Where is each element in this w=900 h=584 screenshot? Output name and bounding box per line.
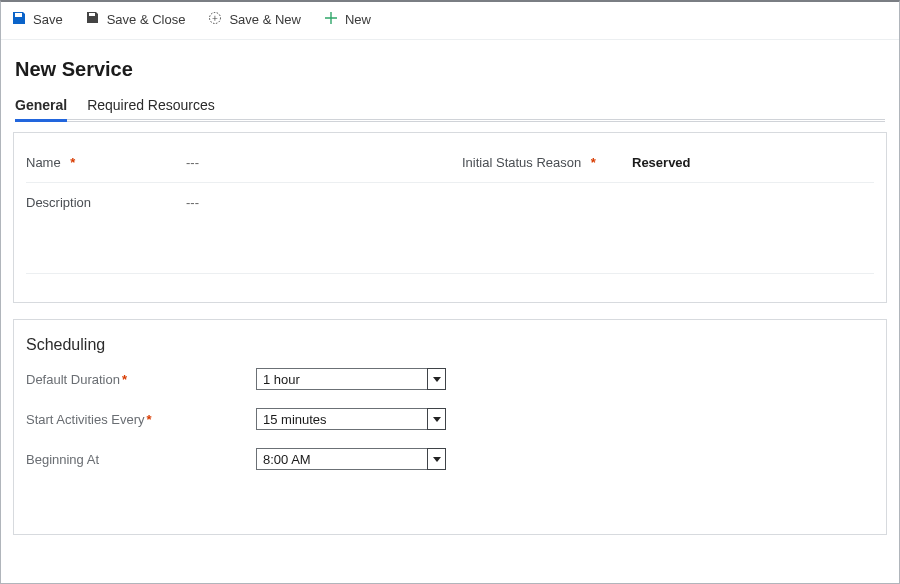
page-header: New Service General Required Resources [1,40,899,122]
general-section: Name * --- Initial Status Reason * Reser… [13,132,887,303]
row-default-duration: Default Duration* [26,368,874,390]
tab-required-resources-label: Required Resources [87,97,215,113]
tab-general[interactable]: General [15,93,67,122]
save-icon [11,10,27,29]
status-label: Initial Status Reason * [462,149,632,176]
app-window: Save Save & Close Save & New New New Ser… [0,0,900,584]
default-duration-dropdown-button[interactable] [427,368,446,390]
required-asterisk-icon: * [591,155,596,170]
default-duration-label: Default Duration* [26,372,256,387]
chevron-down-icon [432,452,442,467]
default-duration-input[interactable] [256,368,427,390]
command-bar: Save Save & Close Save & New New [1,2,899,40]
save-new-button-label: Save & New [229,12,301,27]
save-button-label: Save [33,12,63,27]
page-title: New Service [15,58,885,81]
general-spacer [26,214,874,274]
start-every-dropdown-button[interactable] [427,408,446,430]
scheduling-heading: Scheduling [26,336,874,354]
name-field[interactable]: --- [186,149,199,176]
required-asterisk-icon: * [122,372,127,387]
row-beginning-at: Beginning At [26,448,874,470]
tab-strip: General Required Resources [15,93,885,122]
beginning-at-dropdown-button[interactable] [427,448,446,470]
status-label-text: Initial Status Reason [462,155,581,170]
description-label: Description [26,189,186,216]
scheduling-section: Scheduling Default Duration* Start Activ… [13,319,887,535]
start-every-field[interactable] [256,408,446,430]
new-button-label: New [345,12,371,27]
new-button[interactable]: New [321,8,373,31]
save-new-icon [207,10,223,29]
tab-required-resources[interactable]: Required Resources [87,93,215,119]
status-field[interactable]: Reserved [632,149,691,176]
chevron-down-icon [432,412,442,427]
required-asterisk-icon: * [146,412,151,427]
beginning-at-label: Beginning At [26,452,256,467]
name-label-text: Name [26,155,61,170]
start-every-label: Start Activities Every* [26,412,256,427]
save-new-button[interactable]: Save & New [205,8,303,31]
start-every-input[interactable] [256,408,427,430]
plus-icon [323,10,339,29]
name-label: Name * [26,149,186,176]
row-start-every: Start Activities Every* [26,408,874,430]
tab-general-label: General [15,97,67,113]
save-close-button-label: Save & Close [107,12,186,27]
save-close-icon [85,10,101,29]
beginning-at-field[interactable] [256,448,446,470]
description-field[interactable]: --- [186,189,199,216]
save-button[interactable]: Save [9,8,65,31]
start-every-label-text: Start Activities Every [26,412,144,427]
required-asterisk-icon: * [70,155,75,170]
content-area: Name * --- Initial Status Reason * Reser… [1,122,899,584]
save-close-button[interactable]: Save & Close [83,8,188,31]
chevron-down-icon [432,372,442,387]
row-name-status: Name * --- Initial Status Reason * Reser… [26,143,874,183]
beginning-at-input[interactable] [256,448,427,470]
default-duration-field[interactable] [256,368,446,390]
default-duration-label-text: Default Duration [26,372,120,387]
